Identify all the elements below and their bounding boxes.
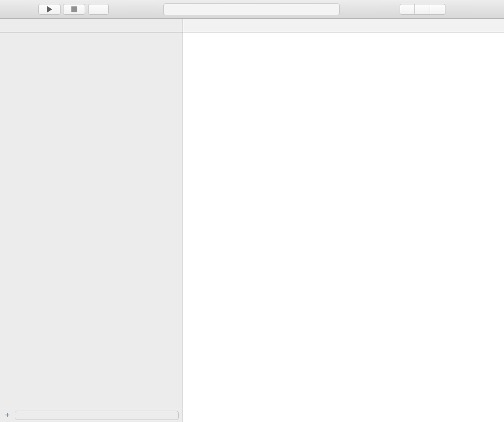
editor-area	[183, 19, 504, 422]
editor-mode-buttons	[400, 4, 445, 15]
window-controls	[5, 6, 31, 12]
navigator-tab-bar	[0, 19, 183, 32]
main-split: +	[0, 19, 504, 422]
scheme-selector[interactable]	[88, 4, 109, 15]
breakpoint-navigator-tree	[0, 32, 183, 408]
jump-bar	[183, 19, 504, 32]
xcode-window: +	[0, 0, 504, 422]
stop-button[interactable]	[63, 4, 85, 15]
toolbar	[0, 0, 504, 19]
navigator-panel: +	[0, 19, 183, 422]
minimize-window-button[interactable]	[15, 6, 21, 12]
navigator-toggle-button[interactable]	[454, 4, 468, 14]
source-editor[interactable]	[183, 32, 504, 422]
filter-field[interactable]	[15, 411, 179, 420]
run-button[interactable]	[38, 4, 61, 15]
version-editor-button[interactable]	[430, 4, 445, 15]
activity-viewer	[163, 3, 340, 15]
inspector-toggle-button[interactable]	[491, 4, 504, 14]
debug-area-toggle-button[interactable]	[472, 4, 486, 14]
play-icon	[47, 6, 52, 13]
stop-icon	[71, 6, 77, 12]
filter-input[interactable]	[20, 412, 172, 418]
panel-toggle-buttons	[454, 4, 504, 14]
zoom-window-button[interactable]	[25, 6, 31, 12]
add-breakpoint-button[interactable]: +	[4, 411, 11, 420]
close-window-button[interactable]	[5, 6, 11, 12]
standard-editor-button[interactable]	[400, 4, 415, 15]
navigator-filter-bar: +	[0, 408, 183, 422]
assistant-editor-button[interactable]	[415, 4, 430, 15]
